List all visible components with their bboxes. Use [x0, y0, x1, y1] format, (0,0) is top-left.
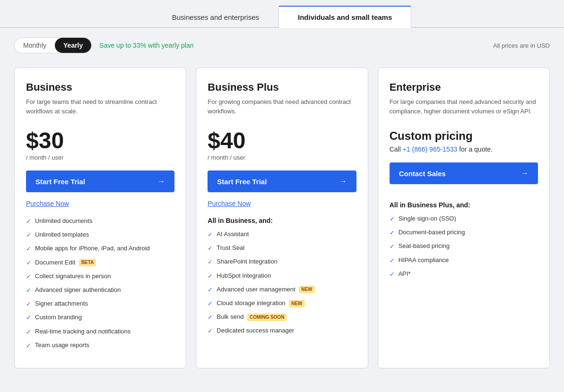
plan-name-business-plus: Business Plus [208, 81, 356, 94]
check-icon: ✓ [208, 299, 213, 308]
feature-text: Mobile apps for iPhone, iPad, and Androi… [35, 244, 150, 253]
feature-item: ✓ Real-time tracking and notifications [26, 327, 174, 336]
feature-item: ✓ Unlimited documents [26, 217, 174, 226]
toggle-group: Monthly Yearly [14, 37, 92, 53]
feature-text: Advanced signer authentication [35, 286, 121, 294]
feature-text: HubSpot integration [217, 272, 271, 280]
feature-item: ✓ Mobile apps for iPhone, iPad, and Andr… [26, 244, 174, 253]
feature-text: Trust Seal [217, 244, 244, 252]
save-text: Save up to 33% with yearly plan [99, 42, 193, 49]
feature-item: ✓ Single sign-on (SSO) [390, 214, 538, 223]
phone-link[interactable]: +1 (866) 965-1533 [403, 145, 458, 153]
monthly-toggle[interactable]: Monthly [15, 38, 55, 53]
tab-businesses[interactable]: Businesses and enterprises [153, 6, 278, 28]
feature-text: Custom branding [35, 313, 82, 322]
feature-text: Team usage reports [35, 341, 89, 349]
feature-text: Bulk send COMING SOON [217, 313, 286, 321]
arrow-icon: → [521, 169, 529, 178]
check-icon: ✓ [26, 245, 31, 253]
feature-item: ✓ Team usage reports [26, 341, 174, 350]
check-icon: ✓ [390, 270, 395, 279]
feature-item: ✓ HIPAA compliance [390, 256, 538, 265]
check-icon: ✓ [208, 244, 213, 253]
check-icon: ✓ [26, 217, 31, 226]
feature-item: ✓ Bulk send COMING SOON [208, 313, 356, 322]
features-list-business: ✓ Unlimited documents ✓ Unlimited templa… [26, 217, 174, 355]
tab-individuals[interactable]: Individuals and small teams [278, 6, 411, 28]
start-trial-business-plus[interactable]: Start Free Trial → [208, 170, 356, 192]
feature-text: Collect signatures in person [35, 272, 111, 281]
check-icon: ✓ [390, 229, 395, 237]
feature-text: Document-based pricing [399, 228, 465, 237]
plan-card-enterprise: Enterprise For large companies that need… [378, 68, 550, 368]
plan-desc-business-plus: For growing companies that need advanced… [208, 97, 356, 120]
check-icon: ✓ [208, 286, 213, 294]
feature-text: API* [399, 270, 411, 278]
feature-text: Advanced user management NEW [217, 285, 314, 294]
features-list-business-plus: ✓ AI Assistant ✓ Trust Seal ✓ SharePoint… [208, 230, 356, 341]
features-list-enterprise: ✓ Single sign-on (SSO) ✓ Document-based … [390, 214, 538, 283]
purchase-link-business[interactable]: Purchase Now [26, 200, 174, 207]
tab-bar: Businesses and enterprises Individuals a… [0, 0, 564, 28]
currency-note: All prices are in USD [493, 42, 550, 49]
purchase-link-business-plus[interactable]: Purchase Now [208, 200, 356, 207]
arrow-icon: → [157, 177, 165, 186]
feature-item: ✓ Cloud storage integration NEW [208, 299, 356, 308]
feature-item: ✓ AI Assistant [208, 230, 356, 239]
check-icon: ✓ [26, 341, 31, 350]
check-icon: ✓ [208, 230, 213, 239]
billing-bar: Monthly Yearly Save up to 33% with yearl… [0, 28, 564, 63]
feature-text: Unlimited templates [35, 230, 89, 239]
feature-item: ✓ Advanced user management NEW [208, 285, 356, 294]
feature-item: ✓ Seat-based pricing [390, 242, 538, 251]
check-icon: ✓ [208, 258, 213, 266]
start-trial-business-plus-label: Start Free Trial [217, 178, 267, 186]
feature-text: Real-time tracking and notifications [35, 327, 130, 336]
check-icon: ✓ [390, 256, 395, 265]
check-icon: ✓ [26, 328, 31, 336]
feature-item: ✓ Advanced signer authentication [26, 286, 174, 295]
feature-item: ✓ Dedicated success manager [208, 326, 356, 335]
plan-custom-pricing: Custom pricing [390, 129, 538, 143]
feature-item: ✓ Collect signatures in person [26, 272, 174, 281]
plan-card-business: Business For large teams that need to st… [14, 68, 186, 368]
arrow-icon: → [339, 177, 347, 186]
call-text: Call [390, 145, 403, 153]
feature-text: Unlimited documents [35, 217, 92, 225]
feature-item: ✓ Custom branding [26, 313, 174, 322]
feature-item: ✓ Document-based pricing [390, 228, 538, 237]
start-trial-business[interactable]: Start Free Trial → [26, 170, 174, 192]
billing-left: Monthly Yearly Save up to 33% with yearl… [14, 37, 194, 53]
check-icon: ✓ [26, 273, 31, 281]
start-trial-business-label: Start Free Trial [35, 178, 85, 186]
check-icon: ✓ [26, 286, 31, 295]
feature-text: Single sign-on (SSO) [399, 214, 456, 223]
plan-custom-call: Call +1 (866) 965-1533 for a quote. [390, 145, 538, 153]
feature-item: ✓ SharePoint integration [208, 257, 356, 266]
call-suffix: for a quote. [457, 145, 493, 153]
plans-container: Business For large teams that need to st… [0, 63, 564, 383]
feature-text: Document Edit BETA [35, 258, 96, 267]
plan-price-business: $30 [26, 129, 174, 152]
feature-item: ✓ API* [390, 270, 538, 279]
features-header-business-plus: All in Business, and: [208, 217, 356, 224]
plan-card-business-plus: Business Plus For growing companies that… [196, 68, 368, 368]
feature-text: Seat-based pricing [399, 242, 450, 250]
check-icon: ✓ [208, 313, 213, 322]
feature-text: Signer attachments [35, 299, 88, 308]
check-icon: ✓ [26, 259, 31, 267]
plan-price-business-plus: $40 [208, 129, 356, 152]
check-icon: ✓ [390, 215, 395, 223]
plan-price-sub-business: / month / user [26, 154, 174, 161]
feature-text: SharePoint integration [217, 257, 278, 266]
plan-name-business: Business [26, 81, 174, 94]
feature-item: ✓ Document Edit BETA [26, 258, 174, 267]
check-icon: ✓ [208, 327, 213, 335]
feature-item: ✓ Unlimited templates [26, 230, 174, 239]
feature-text: Dedicated success manager [217, 326, 294, 335]
yearly-toggle[interactable]: Yearly [55, 38, 91, 53]
contact-sales-button[interactable]: Contact Sales → [390, 162, 538, 184]
plan-desc-business: For large teams that need to streamline … [26, 97, 174, 120]
feature-item: ✓ Trust Seal [208, 244, 356, 253]
feature-text: AI Assistant [217, 230, 249, 239]
